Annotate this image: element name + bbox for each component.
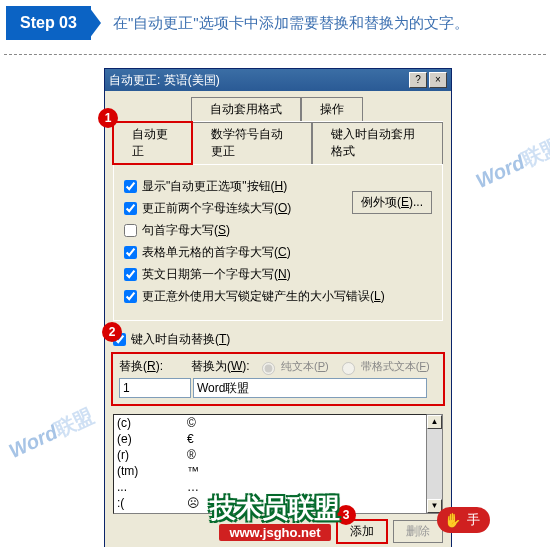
close-button[interactable]: × xyxy=(429,72,447,88)
table-row: (tm)™ xyxy=(114,463,426,479)
annotation-1: 1 xyxy=(98,108,118,128)
autocorrect-dialog: 自动更正: 英语(美国) ? × 自动套用格式 操作 自动更正 数学符号自动更正… xyxy=(104,68,452,547)
label-replace: 替换(R): xyxy=(119,358,191,375)
tab-autoformat-typing[interactable]: 键入时自动套用格式 xyxy=(312,122,443,164)
tab-math-autocorrect[interactable]: 数学符号自动更正 xyxy=(192,122,312,164)
brand-main: 技术员联盟 xyxy=(210,491,340,526)
tab-autocorrect[interactable]: 自动更正 xyxy=(113,122,192,164)
check-weekday-cap-label: 英文日期第一个字母大写(N) xyxy=(142,266,291,283)
watermark-right: Word联盟 xyxy=(472,132,550,195)
check-capslock-label: 更正意外使用大写锁定键产生的大小写错误(L) xyxy=(142,288,385,305)
table-row: (c)© xyxy=(114,415,426,431)
instruction-text: 在"自动更正"选项卡中添加需要替换和替换为的文字。 xyxy=(113,14,469,33)
divider xyxy=(4,54,546,55)
check-sentence-cap[interactable] xyxy=(124,224,137,237)
watermark-left: Word联盟 xyxy=(5,402,99,465)
replace-section: 替换(R): 替换为(W): 纯文本(P) 带格式文本(F) xyxy=(113,354,443,404)
footer-brand: 技术员联盟 www.jsgho.net xyxy=(0,491,550,541)
label-with: 替换为(W): xyxy=(191,358,257,375)
check-weekday-cap[interactable] xyxy=(124,268,137,281)
radio-formatted-text: 带格式文本(F) xyxy=(337,359,430,375)
table-row: (e)€ xyxy=(114,431,426,447)
titlebar[interactable]: 自动更正: 英语(美国) ? × xyxy=(105,69,451,91)
dialog-title: 自动更正: 英语(美国) xyxy=(109,72,407,89)
input-replace[interactable] xyxy=(119,378,191,398)
help-button[interactable]: ? xyxy=(409,72,427,88)
check-two-caps-label: 更正前两个字母连续大写(O) xyxy=(142,200,291,217)
radio-plain-text: 纯文本(P) xyxy=(257,359,329,375)
check-sentence-cap-label: 句首字母大写(S) xyxy=(142,222,230,239)
check-two-caps[interactable] xyxy=(124,202,137,215)
scroll-up-icon[interactable]: ▲ xyxy=(427,415,442,429)
exceptions-button[interactable]: 例外项(E)... xyxy=(352,191,432,214)
input-with[interactable] xyxy=(193,378,427,398)
check-table-cell-cap[interactable] xyxy=(124,246,137,259)
brand-url: www.jsgho.net xyxy=(219,524,330,541)
check-show-button-label: 显示"自动更正选项"按钮(H) xyxy=(142,178,287,195)
annotation-2: 2 xyxy=(102,322,122,342)
tab-autoformat[interactable]: 自动套用格式 xyxy=(191,97,301,121)
step-badge: Step 03 xyxy=(6,6,91,40)
check-capslock[interactable] xyxy=(124,290,137,303)
tab-actions[interactable]: 操作 xyxy=(301,97,363,121)
check-show-button[interactable] xyxy=(124,180,137,193)
check-table-cell-cap-label: 表格单元格的首字母大写(C) xyxy=(142,244,291,261)
check-replace-as-type-label: 键入时自动替换(T) xyxy=(131,331,230,348)
table-row: (r)® xyxy=(114,447,426,463)
